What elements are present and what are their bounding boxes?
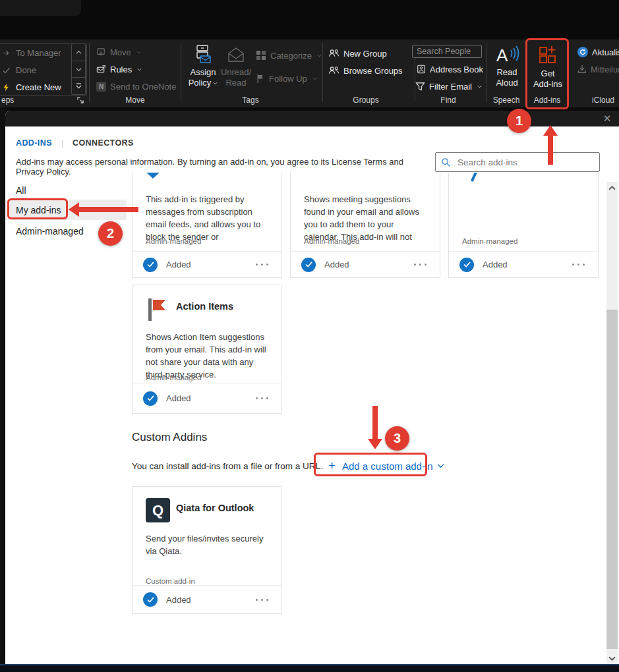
unread-read-button[interactable]: Unread/ Read bbox=[220, 43, 252, 88]
lightning-icon bbox=[2, 83, 11, 92]
addin-badge: Admin-managed bbox=[462, 237, 517, 245]
chevron-down-icon bbox=[437, 464, 444, 468]
plus-icon: + bbox=[328, 459, 336, 473]
scrollbar-down-icon[interactable] bbox=[606, 652, 618, 664]
send-to-onenote-button[interactable]: N Send to OneNote bbox=[96, 80, 176, 92]
follow-up-button[interactable]: Follow Up bbox=[256, 72, 317, 84]
more-options-icon[interactable] bbox=[253, 261, 271, 268]
envelope-icon bbox=[226, 43, 246, 67]
scrollbar-up-icon[interactable] bbox=[606, 182, 618, 194]
addin-icon-fragment bbox=[144, 173, 162, 180]
notifications-label: Mitteilun bbox=[591, 65, 619, 74]
scrollbar[interactable] bbox=[606, 182, 618, 664]
added-toggle[interactable] bbox=[143, 592, 158, 607]
get-addins-label2: Add-ins bbox=[533, 79, 562, 90]
group-separator bbox=[322, 43, 323, 102]
flag-icon bbox=[256, 74, 265, 84]
tab-connectors[interactable]: CONNECTORS bbox=[73, 138, 134, 148]
group-separator bbox=[181, 43, 181, 102]
more-options-icon[interactable] bbox=[411, 261, 429, 268]
more-options-icon[interactable] bbox=[570, 261, 587, 268]
sidebar-item-all[interactable]: All bbox=[5, 180, 127, 200]
check-icon bbox=[2, 66, 11, 74]
added-toggle[interactable] bbox=[301, 258, 316, 272]
chevron-down-icon bbox=[477, 85, 482, 88]
onenote-letter: N bbox=[99, 83, 103, 90]
added-label: Added bbox=[166, 260, 191, 269]
categorize-label: Categorize bbox=[270, 51, 312, 61]
chevron-down-icon bbox=[213, 82, 218, 85]
scroll-up-button[interactable] bbox=[72, 44, 85, 61]
read-aloud-label2: Aloud bbox=[496, 78, 517, 88]
add-custom-addin-label: Add a custom add-in bbox=[342, 461, 433, 472]
icloud-refresh-button[interactable]: Aktualisi bbox=[577, 46, 619, 58]
categorize-button[interactable]: Categorize bbox=[256, 49, 322, 61]
categorize-icon bbox=[256, 50, 266, 61]
group-separator bbox=[89, 43, 90, 102]
added-label: Added bbox=[483, 260, 508, 269]
custom-addins-heading: Custom Addins bbox=[132, 431, 207, 444]
addin-card-unsubscribe: This add-in is triggered by messages fro… bbox=[132, 173, 282, 278]
added-label: Added bbox=[324, 260, 349, 269]
browse-groups-button[interactable]: Browse Groups bbox=[328, 65, 403, 76]
quick-step-label: Create New bbox=[16, 82, 61, 92]
people-icon bbox=[328, 66, 339, 75]
search-icon bbox=[441, 157, 451, 167]
filter-email-button[interactable]: Filter Email bbox=[415, 80, 482, 92]
dialog-tabs: ADD-INS | CONNECTORS bbox=[16, 138, 134, 148]
addin-badge: Admin-managed bbox=[146, 237, 201, 245]
gallery-more-button[interactable] bbox=[72, 78, 85, 94]
action-items-flag-icon bbox=[146, 297, 168, 322]
group-label-find: Find bbox=[425, 96, 471, 106]
addin-card-action-items: Action Items Shows Action Item suggestio… bbox=[132, 285, 282, 414]
new-group-button[interactable]: New Group bbox=[328, 47, 387, 59]
addin-badge: Custom add-in bbox=[146, 577, 195, 585]
added-label: Added bbox=[166, 595, 191, 605]
group-separator bbox=[486, 43, 487, 102]
scroll-down-button[interactable] bbox=[72, 61, 85, 78]
chevron-down-icon bbox=[312, 77, 317, 80]
move-label: Move bbox=[110, 47, 131, 57]
group-label-speech: Speech bbox=[483, 96, 529, 106]
address-book-button[interactable]: Address Book bbox=[417, 63, 483, 75]
onenote-icon: N bbox=[96, 82, 106, 92]
sidebar-item-admin-managed[interactable]: Admin-managed bbox=[5, 221, 127, 241]
funnel-icon bbox=[415, 82, 425, 91]
window-title-bar-remnant bbox=[0, 0, 81, 16]
search-addins-input[interactable] bbox=[456, 157, 594, 168]
addin-icon-fragment bbox=[469, 173, 479, 182]
address-book-label: Address Book bbox=[430, 65, 483, 74]
window-edge bbox=[0, 107, 5, 664]
unread-label: Unread/ bbox=[221, 67, 251, 78]
add-custom-addin-link[interactable]: Add a custom add-in bbox=[342, 461, 444, 472]
group-label-icloud: iCloud bbox=[583, 96, 619, 106]
added-toggle[interactable] bbox=[143, 258, 158, 272]
tab-add-ins[interactable]: ADD-INS bbox=[16, 138, 52, 148]
assign-policy-button[interactable]: Assign Policy bbox=[187, 43, 219, 88]
dialog-launcher-icon[interactable] bbox=[76, 96, 85, 105]
search-people-input[interactable] bbox=[412, 45, 482, 58]
icloud-notifications-button[interactable]: Mitteilun bbox=[577, 63, 619, 75]
rules-button[interactable]: Rules bbox=[96, 63, 142, 75]
chevron-down-icon bbox=[317, 54, 322, 57]
svg-text:A: A bbox=[496, 45, 508, 65]
people-icon bbox=[328, 49, 339, 58]
added-toggle[interactable] bbox=[459, 258, 474, 272]
more-options-icon[interactable] bbox=[253, 395, 271, 402]
move-button[interactable]: Move bbox=[96, 46, 141, 58]
scrollbar-thumb[interactable] bbox=[606, 310, 618, 649]
qiata-logo-icon: Q bbox=[146, 498, 170, 522]
group-label-move: Move bbox=[112, 96, 158, 106]
close-icon[interactable]: ✕ bbox=[599, 111, 615, 126]
follow-up-label: Follow Up bbox=[269, 74, 307, 84]
dialog-header bbox=[5, 111, 619, 126]
more-options-icon[interactable] bbox=[253, 596, 271, 603]
get-addins-label: Get bbox=[541, 69, 555, 79]
added-toggle[interactable] bbox=[143, 391, 158, 406]
get-addins-button[interactable]: Get Add-ins bbox=[529, 42, 567, 90]
addin-card-footer: Added bbox=[133, 585, 281, 613]
read-aloud-button[interactable]: A Read Aloud bbox=[489, 42, 525, 88]
sidebar-item-my-addins[interactable]: My add-ins bbox=[5, 200, 127, 220]
rules-icon bbox=[96, 65, 106, 74]
chevron-down-icon bbox=[136, 51, 141, 54]
